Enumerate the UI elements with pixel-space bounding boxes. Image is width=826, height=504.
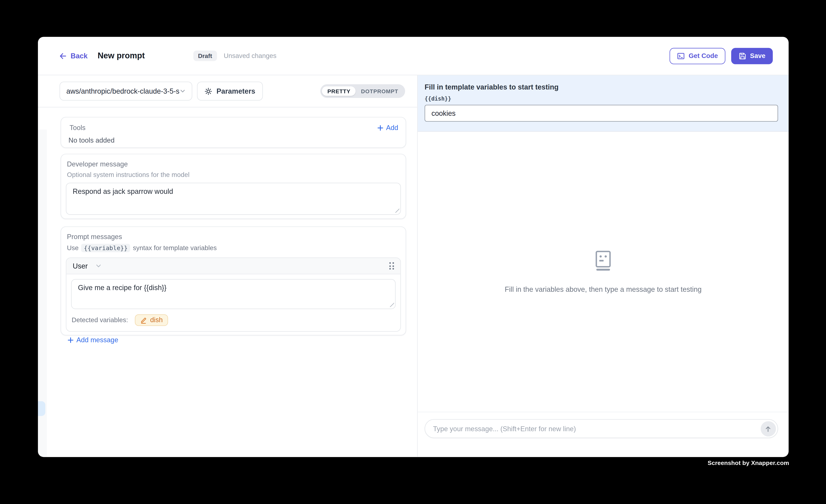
- prompt-messages-card: Prompt messages Use {{variable}} syntax …: [61, 227, 406, 335]
- message-textarea[interactable]: Give me a recipe for {{dish}}: [71, 279, 396, 309]
- variable-badge-label: dish: [150, 316, 163, 324]
- hint-variable-code: {{variable}}: [81, 244, 130, 252]
- variable-key-label: {{dish}}: [425, 95, 778, 102]
- variable-badge-dish[interactable]: dish: [135, 314, 168, 326]
- page-title: New prompt: [98, 51, 145, 61]
- message-role-selector[interactable]: User: [73, 262, 101, 270]
- app-window: Back New prompt Draft Unsaved changes Ge…: [38, 37, 789, 457]
- developer-message-subtitle: Optional system instructions for the mod…: [67, 171, 401, 179]
- get-code-label: Get Code: [689, 52, 718, 60]
- detected-variables-row: Detected variables: dish: [71, 314, 396, 326]
- window-body: aws/anthropic/bedrock-claude-3-5-s... Pa…: [38, 75, 789, 456]
- prompt-messages-title: Prompt messages: [67, 233, 401, 241]
- parameters-button[interactable]: Parameters: [197, 82, 262, 101]
- empty-state-text: Fill in the variables above, then type a…: [505, 285, 702, 293]
- developer-message-textarea[interactable]: Respond as jack sparrow would: [66, 183, 401, 215]
- add-tool-label: Add: [386, 124, 398, 132]
- message-header: User: [66, 258, 400, 274]
- message-role-value: User: [73, 262, 88, 270]
- developer-message-title: Developer message: [67, 160, 401, 168]
- terminal-icon: [677, 52, 685, 60]
- save-label: Save: [750, 52, 765, 60]
- back-label: Back: [71, 52, 88, 60]
- chat-input-container: [425, 419, 778, 438]
- tools-card-title: Tools: [69, 124, 85, 132]
- save-icon: [739, 52, 747, 60]
- sidebar-active-item-edge: [38, 401, 45, 416]
- prompt-editor-panel: aws/anthropic/bedrock-claude-3-5-s... Pa…: [38, 75, 418, 456]
- editor-toolbar: aws/anthropic/bedrock-claude-3-5-s... Pa…: [38, 75, 417, 107]
- toggle-option-dotprompt[interactable]: DOTPROMPT: [356, 86, 403, 96]
- watermark-text: Screenshot by Xnapper.com: [708, 460, 789, 466]
- hint-suffix: syntax for template variables: [133, 244, 217, 252]
- message-body: Give me a recipe for {{dish}} Detected v…: [66, 274, 400, 331]
- arrow-up-icon: [764, 425, 772, 433]
- hint-prefix: Use: [67, 244, 78, 252]
- model-selector-value: aws/anthropic/bedrock-claude-3-5-s...: [66, 87, 179, 95]
- screenshot-stage: Back New prompt Draft Unsaved changes Ge…: [0, 0, 826, 504]
- add-tool-button[interactable]: Add: [377, 124, 398, 132]
- chat-empty-state: Fill in the variables above, then type a…: [418, 132, 789, 412]
- window-header: Back New prompt Draft Unsaved changes Ge…: [38, 37, 789, 75]
- plus-icon: [67, 337, 74, 343]
- template-syntax-hint: Use {{variable}} syntax for template var…: [67, 244, 401, 252]
- tools-empty-text: No tools added: [68, 136, 398, 144]
- get-code-button[interactable]: Get Code: [670, 48, 725, 64]
- background-sidebar-edge: [38, 129, 47, 456]
- chevron-down-icon: [95, 263, 102, 269]
- template-variables-title: Fill in template variables to start test…: [425, 83, 778, 91]
- edit-pencil-icon: [140, 316, 147, 323]
- chat-input-bar: [418, 412, 789, 456]
- robot-face-icon: [595, 250, 611, 271]
- save-button[interactable]: Save: [731, 48, 773, 64]
- unsaved-changes-text: Unsaved changes: [224, 52, 277, 60]
- message-block: User Give me a recipe for {{dish}}: [66, 257, 401, 332]
- format-toggle: PRETTY DOTPROMPT: [320, 84, 405, 98]
- editor-content: Tools Add No tools added Developer messa…: [38, 107, 417, 456]
- developer-message-card: Developer message Optional system instru…: [61, 154, 406, 219]
- tools-card: Tools Add No tools added: [61, 117, 406, 148]
- add-message-button[interactable]: Add message: [67, 336, 401, 344]
- plus-icon: [377, 125, 384, 131]
- variable-value-input[interactable]: [425, 105, 778, 122]
- back-button[interactable]: Back: [59, 52, 87, 60]
- model-selector[interactable]: aws/anthropic/bedrock-claude-3-5-s...: [60, 82, 192, 101]
- chat-message-input[interactable]: [425, 420, 778, 437]
- status-badge: Draft: [193, 51, 217, 61]
- detected-variables-label: Detected variables:: [72, 316, 128, 324]
- template-variables-section: Fill in template variables to start test…: [418, 75, 789, 132]
- gear-icon: [204, 87, 212, 95]
- test-panel: Fill in template variables to start test…: [418, 75, 789, 456]
- toggle-option-pretty[interactable]: PRETTY: [322, 86, 356, 96]
- drag-handle[interactable]: [389, 262, 394, 269]
- parameters-label: Parameters: [217, 87, 255, 95]
- arrow-left-icon: [59, 52, 67, 60]
- send-button[interactable]: [761, 421, 776, 436]
- chevron-down-icon: [179, 88, 185, 94]
- add-message-label: Add message: [76, 336, 118, 344]
